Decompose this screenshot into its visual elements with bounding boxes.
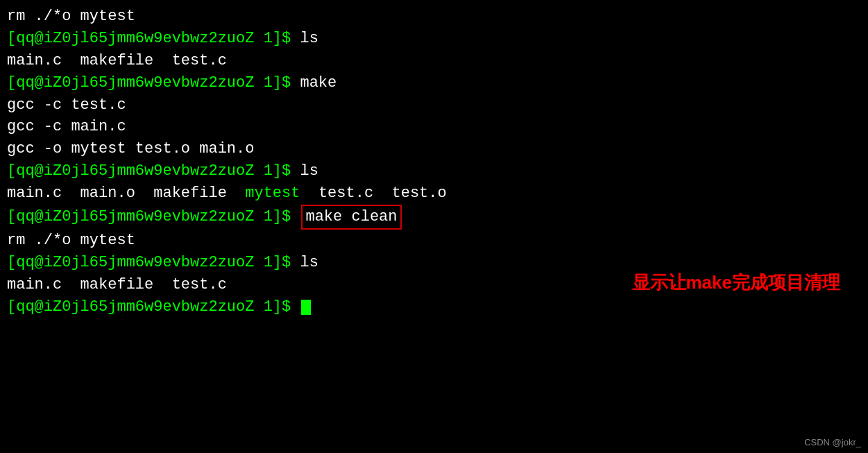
command-text: make (300, 72, 337, 94)
output-text: main.c makefile test.c (7, 274, 227, 296)
output-text: rm ./*o mytest (7, 230, 135, 252)
annotation-text: 显示让make完成项目清理 (632, 271, 841, 295)
output-text: gcc -c main.c (7, 116, 126, 138)
make-clean-highlighted: make clean (301, 205, 401, 230)
terminal: rm ./*o mytest [qq@iZ0jl65jmm6w9evbwz2zu… (0, 0, 868, 453)
prompt-text: [qq@iZ0jl65jmm6w9evbwz2zuoZ 1]$ (7, 206, 300, 228)
terminal-line-5: gcc -c test.c (7, 94, 861, 117)
terminal-line-7: gcc -o mytest test.o main.o (7, 138, 861, 160)
terminal-cursor (301, 300, 311, 315)
prompt-text: [qq@iZ0jl65jmm6w9evbwz2zuoZ 1]$ (7, 28, 300, 50)
terminal-line-14: [qq@iZ0jl65jmm6w9evbwz2zuoZ 1]$ (7, 296, 861, 318)
prompt-text: [qq@iZ0jl65jmm6w9evbwz2zuoZ 1]$ (7, 252, 300, 274)
output-text: test.c test.o (300, 182, 446, 205)
terminal-line-4: [qq@iZ0jl65jmm6w9evbwz2zuoZ 1]$ make (7, 72, 861, 94)
output-text: gcc -c test.c (7, 94, 126, 117)
annotation-make: make (686, 272, 733, 293)
prompt-text: [qq@iZ0jl65jmm6w9evbwz2zuoZ 1]$ (7, 72, 300, 94)
terminal-line-10: [qq@iZ0jl65jmm6w9evbwz2zuoZ 1]$ make cle… (7, 205, 861, 230)
output-text: rm ./*o mytest (7, 6, 135, 28)
terminal-line-3: main.c makefile test.c (7, 50, 861, 72)
terminal-line-1: rm ./*o mytest (7, 6, 861, 28)
mytest-label: mytest (245, 182, 300, 205)
prompt-text: [qq@iZ0jl65jmm6w9evbwz2zuoZ 1]$ (7, 160, 300, 182)
prompt-text: [qq@iZ0jl65jmm6w9evbwz2zuoZ 1]$ (7, 296, 300, 318)
terminal-line-8: [qq@iZ0jl65jmm6w9evbwz2zuoZ 1]$ ls (7, 160, 861, 182)
watermark: CSDN @jokr_ (804, 437, 861, 447)
terminal-line-11: rm ./*o mytest (7, 230, 861, 252)
output-text: gcc -o mytest test.o main.o (7, 138, 254, 160)
output-text: main.c makefile test.c (7, 50, 227, 72)
terminal-line-9: main.c main.o makefile mytest test.c tes… (7, 182, 861, 205)
command-text: ls (300, 160, 318, 182)
command-text: ls (300, 252, 318, 274)
terminal-line-6: gcc -c main.c (7, 116, 861, 138)
output-text: main.c main.o makefile (7, 182, 245, 205)
command-text: ls (300, 28, 318, 50)
terminal-line-2: [qq@iZ0jl65jmm6w9evbwz2zuoZ 1]$ ls (7, 28, 861, 50)
